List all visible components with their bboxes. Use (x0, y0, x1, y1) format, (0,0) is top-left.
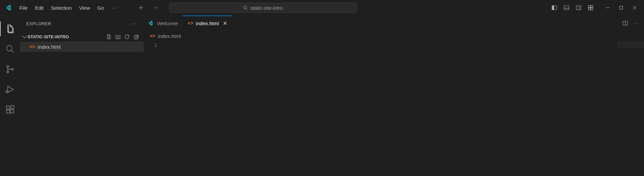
editor-more-icon[interactable]: ··· (634, 21, 639, 26)
nav-arrows (138, 4, 159, 11)
sidebar-header: EXPLORER ··· (20, 15, 144, 32)
folder-name: STATIC-SITE-INTRO (28, 34, 69, 39)
minimap-viewport[interactable] (617, 41, 644, 48)
sidebar-title: EXPLORER (26, 21, 51, 26)
svg-line-1 (246, 8, 248, 10)
menu-overflow-icon[interactable]: ··· (108, 3, 121, 13)
main-menu: File Edit Selection View Go ··· (16, 3, 121, 13)
editor-area: Welcome <> index.html ✕ ··· <> index.htm… (144, 15, 644, 176)
chevron-down-icon (22, 34, 27, 38)
file-item-index-html[interactable]: <> index.html (20, 42, 144, 52)
svg-rect-9 (591, 5, 593, 7)
editor-actions: ··· (622, 15, 644, 31)
command-center-search[interactable]: static-site-intro (169, 3, 357, 13)
tab-index-html[interactable]: <> index.html ✕ (183, 15, 232, 31)
toggle-panel-icon[interactable] (563, 4, 570, 11)
editor-line[interactable] (164, 42, 614, 50)
html-file-icon: <> (188, 20, 193, 26)
breadcrumb[interactable]: <> index.html (144, 31, 644, 41)
svg-rect-6 (576, 6, 581, 10)
sidebar-more-icon[interactable]: ··· (132, 21, 138, 26)
main-area: EXPLORER ··· STATIC-SITE-INTRO (0, 15, 644, 176)
tab-welcome[interactable]: Welcome (144, 15, 183, 31)
svg-rect-13 (620, 6, 623, 9)
new-file-icon[interactable] (106, 34, 112, 40)
svg-point-20 (11, 68, 13, 70)
minimize-button[interactable] (601, 2, 614, 13)
svg-point-16 (7, 46, 12, 51)
svg-rect-24 (10, 110, 13, 113)
svg-rect-25 (11, 105, 14, 108)
toggle-secondary-sidebar-icon[interactable] (575, 4, 582, 11)
svg-rect-4 (564, 6, 569, 10)
title-bar: File Edit Selection View Go ··· static-s… (0, 0, 644, 15)
svg-rect-23 (7, 110, 10, 113)
menu-view[interactable]: View (76, 3, 93, 13)
svg-line-17 (11, 50, 14, 53)
customize-layout-icon[interactable] (587, 4, 594, 11)
breadcrumb-file: index.html (158, 33, 181, 39)
close-button[interactable] (628, 2, 641, 13)
search-text: static-site-intro (250, 5, 283, 11)
file-item-label: index.html (38, 44, 60, 50)
explorer-sidebar: EXPLORER ··· STATIC-SITE-INTRO (20, 15, 144, 176)
menu-go[interactable]: Go (94, 3, 107, 13)
editor-content[interactable] (164, 41, 644, 176)
tab-label: index.html (196, 20, 219, 26)
folder-actions (106, 34, 141, 40)
line-number-gutter: 1 (144, 41, 164, 176)
editor-body[interactable]: 1 (144, 41, 644, 176)
menu-file[interactable]: File (16, 3, 31, 13)
html-file-icon: <> (150, 33, 155, 39)
activity-search-icon[interactable] (0, 39, 20, 59)
tab-bar: Welcome <> index.html ✕ ··· (144, 15, 644, 31)
close-tab-icon[interactable]: ✕ (223, 20, 227, 27)
toggle-primary-sidebar-icon[interactable] (551, 4, 558, 11)
menu-selection[interactable]: Selection (48, 3, 75, 13)
tab-label: Welcome (157, 20, 178, 26)
activity-run-debug-icon[interactable] (0, 79, 20, 99)
title-right-controls (551, 2, 641, 13)
maximize-button[interactable] (614, 2, 628, 13)
refresh-icon[interactable] (124, 34, 130, 40)
activity-extensions-icon[interactable] (0, 99, 20, 120)
menu-edit[interactable]: Edit (32, 3, 47, 13)
vscode-logo-icon (148, 20, 154, 26)
collapse-all-icon[interactable] (133, 34, 139, 40)
svg-point-19 (7, 71, 9, 73)
svg-point-0 (244, 6, 247, 9)
activity-explorer-icon[interactable] (0, 19, 20, 39)
split-editor-icon[interactable] (622, 20, 628, 26)
nav-forward-icon[interactable] (152, 4, 159, 11)
activity-source-control-icon[interactable] (0, 59, 20, 79)
window-controls (601, 2, 641, 13)
search-icon (243, 5, 248, 10)
line-number: 1 (144, 42, 157, 48)
svg-point-18 (7, 65, 9, 68)
minimap[interactable] (617, 41, 644, 176)
nav-back-icon[interactable] (138, 4, 144, 11)
svg-rect-8 (588, 5, 590, 7)
folder-header[interactable]: STATIC-SITE-INTRO (20, 32, 144, 42)
html-file-icon: <> (30, 44, 35, 49)
svg-rect-3 (552, 6, 554, 10)
svg-rect-22 (7, 106, 10, 109)
svg-rect-10 (588, 8, 590, 10)
svg-rect-11 (591, 8, 593, 10)
vscode-logo-icon (3, 4, 16, 11)
activity-bar (0, 15, 20, 176)
new-folder-icon[interactable] (115, 34, 121, 40)
